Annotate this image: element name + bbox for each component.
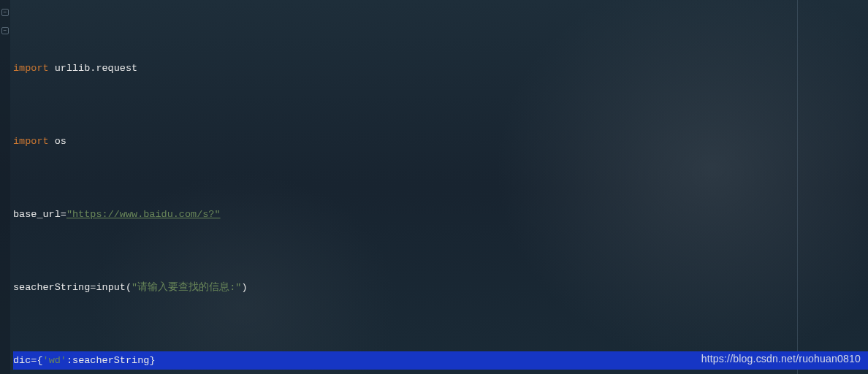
rparen: ) bbox=[241, 282, 247, 293]
code-area[interactable]: import urllib.request import os base_url… bbox=[13, 4, 868, 374]
fold-marker-icon[interactable] bbox=[1, 27, 9, 34]
builtin-call: input bbox=[96, 282, 126, 293]
module-name: os bbox=[49, 136, 66, 147]
module-name: urllib.request bbox=[49, 63, 138, 74]
keyword-import: import bbox=[13, 136, 49, 147]
variable: seacherString bbox=[13, 282, 90, 293]
string-literal: "请输入要查找的信息:" bbox=[132, 282, 241, 293]
code-editor[interactable]: import urllib.request import os base_url… bbox=[0, 0, 868, 374]
lparen: ( bbox=[126, 282, 132, 293]
variable: base_url bbox=[13, 209, 61, 220]
colon: : bbox=[66, 355, 72, 366]
code-line[interactable]: import urllib.request bbox=[13, 59, 868, 77]
fold-gutter[interactable] bbox=[0, 0, 10, 374]
lbrace: { bbox=[37, 355, 42, 366]
code-line[interactable]: seacherString=input("请输入要查找的信息:") bbox=[13, 278, 868, 297]
code-line[interactable]: import os bbox=[13, 132, 868, 150]
rbrace: } bbox=[149, 355, 155, 366]
fold-marker-icon[interactable] bbox=[1, 9, 9, 16]
string-literal-url: "https://www.baidu.com/s?" bbox=[66, 209, 221, 220]
equals: = bbox=[61, 209, 66, 220]
watermark-text: https://blog.csdn.net/ruohuan0810 bbox=[701, 350, 861, 368]
code-line[interactable]: base_url="https://www.baidu.com/s?" bbox=[13, 205, 868, 224]
keyword-import: import bbox=[13, 63, 49, 74]
dict-key: 'wd' bbox=[43, 355, 66, 366]
variable-ref: seacherString bbox=[72, 355, 149, 366]
variable: dic bbox=[13, 355, 31, 366]
